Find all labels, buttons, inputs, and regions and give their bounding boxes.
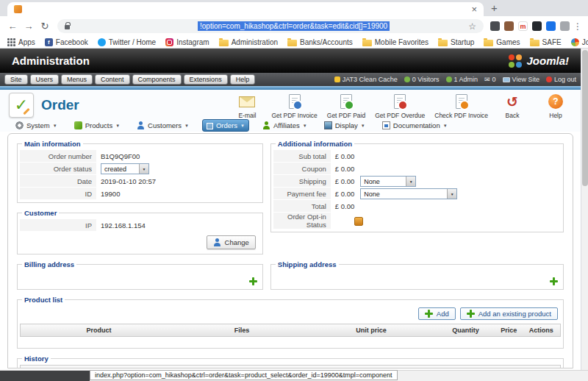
bookmark-joomla-api[interactable]: Joomla! CMS 2.5 API [571,38,588,46]
selected-option: None [364,178,380,185]
menubar-users[interactable]: Users [30,74,60,85]
vertical-scrollbar[interactable] [581,49,588,370]
add-product-button[interactable]: Add [418,307,456,320]
pdf-paid-icon [340,94,352,109]
lock-icon [65,25,70,29]
add-billing-address-icon[interactable] [249,277,257,285]
menu-affiliates[interactable]: Affiliates▼ [259,120,311,131]
bookmark-folder-administration[interactable]: Administration [219,38,278,46]
date-value: 2019-01-10 20:57 [96,177,260,185]
view-site-link[interactable]: View Site [503,76,539,83]
address-bar[interactable]: !option=com_hikashop&ctrl=order&task=edi… [57,19,484,33]
add-shipping-address-icon[interactable] [550,277,558,285]
help-button[interactable]: ?Help [541,93,570,119]
chevron-down-icon: ▼ [443,124,448,128]
shipping-value: £ 0.00 [335,177,354,185]
add-existing-product-button[interactable]: Add an existing product [460,307,558,320]
menubar-content[interactable]: Content [95,74,130,85]
menu-documentation[interactable]: Documentation▼ [379,120,451,131]
get-pdf-paid-button[interactable]: Get PDF Paid [327,93,365,119]
bookmark-folder-startup[interactable]: Startup [438,38,474,46]
menubar-menus[interactable]: Menus [61,74,93,85]
pdf-check-icon [456,94,467,109]
optin-status-icon[interactable] [354,217,363,226]
joomla-admin-page: Administration Joomla! Site Users Menus … [0,49,581,370]
folder-icon [530,40,539,46]
subtotal-row: Sub total £ 0.00 [273,150,561,163]
ip-value: 192.168.1.154 [96,221,260,229]
clean-cache-button[interactable]: JAT3 Clean Cache [334,76,398,83]
subtotal-label: Sub total [273,150,331,163]
shipping-label: Shipping [273,175,331,188]
get-pdf-overdue-button[interactable]: Get PDF Overdue [375,93,425,119]
back-toolbar-button[interactable]: ↺Back [498,93,527,119]
extension-icon[interactable] [490,21,500,31]
browser-tab[interactable]: × [7,2,484,16]
menu-customers[interactable]: Customers▼ [133,120,193,131]
main-information-fieldset: Main information Order number B1Q9Q9F00 … [17,140,263,203]
billing-address-fieldset: Billing address [17,260,263,290]
new-tab-button[interactable]: + [491,1,498,14]
main-information-legend: Main information [22,140,83,148]
order-status-select[interactable]: created ▼ [101,163,149,174]
admin-title: Administration [12,54,90,67]
ip-label: IP [20,219,96,232]
extension-icon[interactable] [560,21,570,31]
extension-icon[interactable] [532,21,542,31]
refresh-button[interactable]: ↻ [37,21,53,32]
joomla-logo-text: Joomla! [526,54,569,67]
component-toolbar: ✓ Order System▼ Products▼ Customers▼ Ord… [0,90,581,132]
forward-button[interactable]: → [21,21,37,32]
total-row: Total £ 0.00 [273,200,561,213]
chevron-down-icon: ▼ [240,124,245,128]
bookmark-instagram[interactable]: Instagram [165,38,209,46]
email-button[interactable]: E-mail [232,93,262,119]
menubar-help[interactable]: Help [230,74,256,85]
apps-grid-icon [7,38,15,46]
date-row: Date 2019-01-10 20:57 [20,175,260,188]
status-bubble: index.php?option=com_hikashop&ctrl=order… [90,370,398,380]
get-pdf-invoice-button[interactable]: Get PDF Invoice [271,93,317,119]
messages-count[interactable]: ✉0 [484,76,496,83]
help-icon: ? [548,94,563,109]
menu-products[interactable]: Products▼ [71,120,123,131]
history-fieldset: History Type Order status Reason User / … [17,355,564,368]
payment-select[interactable]: None ▼ [360,188,457,199]
total-value: £ 0.00 [331,202,561,210]
select-arrow-icon: ▼ [447,189,456,199]
gmail-extension-icon[interactable]: m [518,21,528,31]
extension-icon[interactable] [546,21,556,31]
bookmark-folder-banks[interactable]: Banks/Accounts [287,38,353,46]
bookmark-folder-safe[interactable]: SAFE [530,38,562,46]
browser-menu-icon[interactable]: ⋮ [572,21,584,32]
logout-link[interactable]: Log out [546,76,576,83]
bookmark-twitter[interactable]: Twitter / Home [98,38,156,46]
joomla-logo: Joomla! [509,54,569,68]
ip-row: IP 192.168.1.154 [20,219,260,232]
bookmark-folder-mobile-favorites[interactable]: Mobile Favorites [362,38,429,46]
bookmark-facebook[interactable]: f Facebook [45,38,88,46]
status-url-text: index.php?option=com_hikashop&ctrl=order… [95,371,392,379]
menu-display[interactable]: Display▼ [320,120,369,131]
shipping-select[interactable]: None ▼ [360,176,416,187]
bookmark-label: Facebook [56,38,88,46]
bookmark-star-icon[interactable]: ☆ [468,21,476,32]
pdf-overdue-icon [394,94,406,109]
column-header: Actions [523,324,560,336]
horizontal-scrollbar-thumb[interactable] [0,371,90,381]
vertical-scrollbar-thumb[interactable] [582,50,588,186]
extension-icon[interactable] [504,21,514,31]
menubar-components[interactable]: Components [132,74,182,85]
bookmark-apps[interactable]: Apps [7,38,35,46]
tab-close-icon[interactable]: × [471,4,477,14]
bookmark-label: Games [496,38,520,46]
change-customer-button[interactable]: Change [207,235,256,249]
check-pdf-invoice-button[interactable]: Check PDF Invoice [434,93,488,119]
menubar-extensions[interactable]: Extensions [184,74,228,85]
bookmark-folder-games[interactable]: Games [484,38,520,46]
menu-orders[interactable]: Orders▼ [202,119,249,132]
menu-system[interactable]: System▼ [12,120,61,131]
product-table-header: Product Files Unit price Quantity Price … [20,324,561,337]
menubar-site[interactable]: Site [4,74,28,85]
back-button[interactable]: ← [4,21,21,32]
